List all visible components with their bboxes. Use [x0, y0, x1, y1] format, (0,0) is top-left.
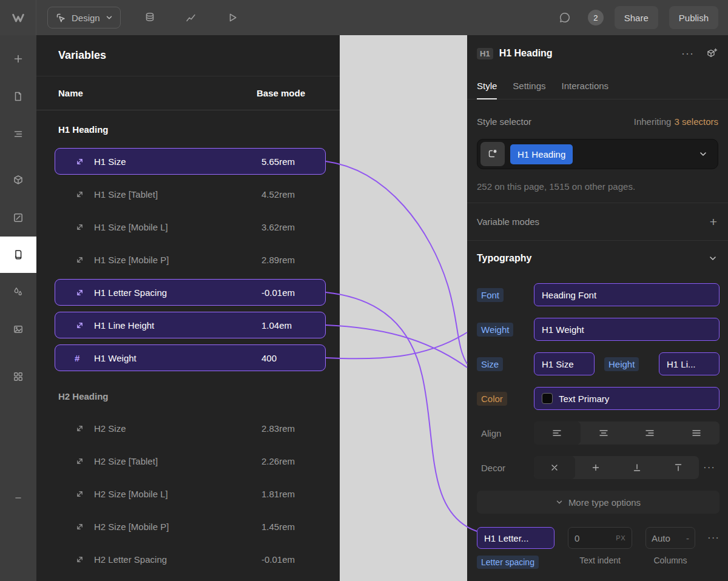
variable-row[interactable]: H2 Size 2.83rem	[55, 415, 326, 442]
font-field[interactable]: Heading Font	[534, 283, 720, 306]
variable-row[interactable]: H2 Size [Mobile P] 1.45rem	[55, 513, 326, 540]
apps-grid-icon[interactable]	[0, 358, 36, 395]
align-center-icon[interactable]	[581, 421, 627, 445]
variable-row-h1-line-height[interactable]: H1 Line Height 1.04em	[55, 312, 326, 338]
variable-row-h1-weight[interactable]: # H1 Weight 400	[55, 344, 326, 371]
decoration-row: Decor ···	[477, 456, 720, 479]
variable-row[interactable]: H2 Size [Tablet] 2.26rem	[55, 448, 326, 474]
underline-icon[interactable]	[616, 456, 658, 479]
columns-field[interactable]: Auto -	[645, 527, 695, 549]
variable-value: 1.81rem	[261, 489, 295, 499]
top-bar: Design 2 Share Publish	[0, 0, 728, 35]
columns-value: Auto	[652, 533, 670, 543]
comments-icon[interactable]	[553, 5, 577, 30]
scale-arrows-icon	[75, 190, 85, 199]
variable-row[interactable]: H1 Size [Tablet] 4.52rem	[55, 181, 326, 207]
variable-modes-label: Variable modes	[477, 217, 539, 227]
tab-style[interactable]: Style	[477, 81, 497, 99]
design-mode-label: Design	[72, 13, 100, 23]
text-indent-field[interactable]: 0 PX	[568, 527, 632, 549]
scale-arrows-icon	[75, 522, 85, 531]
navigator-icon[interactable]	[0, 115, 36, 153]
selected-class-chip[interactable]: H1 Heading	[510, 144, 573, 164]
height-field[interactable]: H1 Li...	[659, 352, 720, 375]
add-variable-mode-icon[interactable]: +	[710, 215, 717, 229]
share-button[interactable]: Share	[615, 6, 658, 29]
color-field[interactable]: Text Primary	[534, 387, 720, 410]
color-swatch	[542, 393, 553, 404]
more-spacing-icon[interactable]: ···	[707, 527, 720, 549]
variable-name: H1 Weight	[94, 353, 136, 363]
size-field[interactable]: H1 Size	[534, 352, 595, 375]
collapsed-tool-icon[interactable]	[0, 496, 36, 500]
color-value: Text Primary	[559, 394, 609, 404]
variable-modes-row[interactable]: Variable modes +	[467, 203, 728, 241]
notification-count-badge[interactable]: 2	[588, 10, 604, 25]
cms-edit-icon[interactable]	[0, 199, 36, 237]
variable-row[interactable]: H2 Letter Spacing -0.01em	[55, 546, 326, 573]
preview-play-icon[interactable]	[220, 5, 244, 30]
assets-image-icon[interactable]	[0, 311, 36, 348]
publish-button[interactable]: Publish	[669, 6, 718, 29]
align-right-icon[interactable]	[627, 421, 673, 445]
audit-chart-icon[interactable]	[179, 5, 203, 30]
weight-field[interactable]: H1 Weight	[534, 318, 720, 341]
tab-settings[interactable]: Settings	[513, 81, 545, 99]
text-indent-label: Text indent	[568, 556, 632, 565]
chevron-down-icon[interactable]	[709, 254, 717, 263]
letter-spacing-field[interactable]: H1 Letter...	[477, 527, 554, 549]
text-align-control	[534, 421, 720, 445]
selector-target-icon[interactable]	[480, 142, 505, 166]
pages-icon[interactable]	[0, 78, 36, 115]
size-row: Size H1 Size Height H1 Li...	[477, 352, 720, 375]
variables-panel-icon[interactable]	[0, 237, 36, 273]
strikethrough-icon[interactable]	[575, 456, 616, 479]
overline-icon[interactable]	[658, 456, 699, 479]
inheriting-text: Inheriting	[634, 116, 672, 127]
more-options-icon[interactable]: ···	[681, 47, 694, 60]
inheriting-info[interactable]: Inheriting3 selectors	[634, 116, 718, 127]
typography-section-header[interactable]: Typography	[467, 241, 728, 276]
create-component-icon[interactable]	[706, 47, 718, 59]
chevron-down-icon[interactable]	[699, 150, 707, 158]
columns-stepper-icon[interactable]: -	[686, 533, 689, 543]
align-left-icon[interactable]	[534, 421, 581, 445]
decoration-none-icon[interactable]	[534, 456, 575, 479]
design-mode-dropdown[interactable]: Design	[47, 7, 121, 29]
tab-interactions[interactable]: Interactions	[562, 81, 609, 99]
inheriting-count: 3 selectors	[674, 116, 718, 127]
scale-arrows-icon	[75, 288, 85, 297]
variable-row-h1-size[interactable]: H1 Size 5.65rem	[55, 148, 326, 175]
variable-row[interactable]: H1 Size [Mobile L] 3.62rem	[55, 213, 326, 240]
text-indent-unit[interactable]: PX	[616, 534, 625, 542]
components-icon[interactable]	[0, 161, 36, 199]
variables-column-headers: Name Base mode	[36, 76, 340, 110]
variable-name: H2 Size [Mobile P]	[94, 522, 169, 532]
section-h1-heading[interactable]: H1 Heading	[55, 110, 326, 148]
variable-name: H1 Size [Mobile P]	[94, 255, 169, 265]
styles-droplets-icon[interactable]	[0, 273, 36, 311]
style-selector-label: Style selector	[477, 116, 531, 127]
more-type-options-button[interactable]: More type options	[477, 491, 720, 514]
add-elements-icon[interactable]	[0, 40, 36, 78]
panel-title: Variables	[58, 49, 106, 62]
variable-value: -0.01em	[261, 287, 295, 298]
variable-value: 1.45rem	[261, 522, 295, 532]
align-justify-icon[interactable]	[673, 421, 720, 445]
variable-value: 2.83rem	[261, 423, 295, 434]
style-selector-input[interactable]: H1 Heading	[477, 139, 718, 169]
inspector-header: H1 H1 Heading ···	[467, 35, 728, 72]
more-decoration-icon[interactable]: ···	[699, 462, 720, 474]
variable-row[interactable]: H1 Size [Mobile P] 2.89rem	[55, 246, 326, 273]
webflow-logo-icon[interactable]	[0, 0, 36, 35]
cms-database-icon[interactable]	[138, 5, 162, 30]
variable-value: -0.01em	[261, 554, 295, 565]
variable-value: 5.65rem	[261, 156, 295, 167]
variable-name: H1 Size [Mobile L]	[94, 222, 168, 232]
variable-row[interactable]: H2 Size [Mobile L] 1.81rem	[55, 480, 326, 507]
scale-arrows-icon	[75, 321, 85, 330]
section-h2-heading[interactable]: H2 Heading	[55, 377, 326, 415]
variable-name: H1 Line Height	[94, 320, 154, 331]
variable-name: H2 Size [Tablet]	[94, 456, 158, 466]
variable-row-h1-letter-spacing[interactable]: H1 Letter Spacing -0.01em	[55, 279, 326, 306]
